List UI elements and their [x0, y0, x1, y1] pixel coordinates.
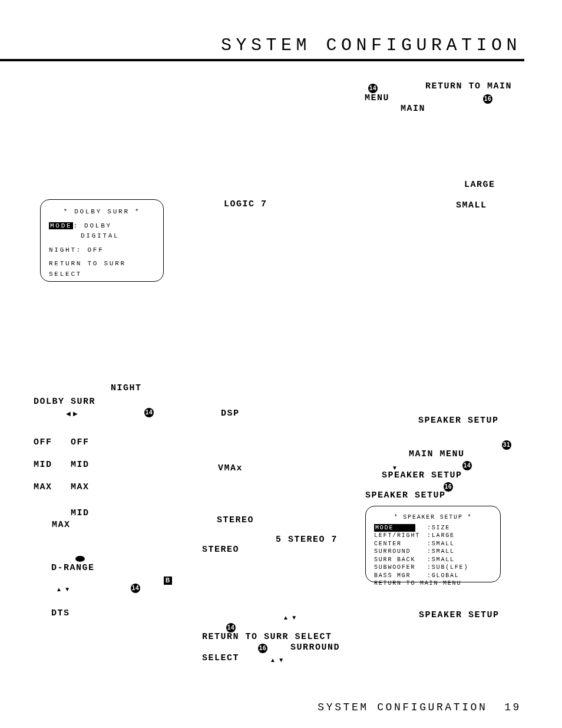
ref-14c-icon: 14	[226, 623, 236, 633]
footer-page: 19	[504, 701, 521, 713]
osd-speaker-setup: * SPEAKER SETUP * MODE:SIZE LEFT/RIGHT:L…	[365, 506, 501, 582]
osd-dolby-surr: * DOLBY SURR * MODE: DOLBY DIGITAL NIGHT…	[40, 199, 164, 282]
off1-label: OFF	[34, 437, 52, 447]
up-down-arrows3-icon: ▲ ▼	[270, 654, 285, 665]
footer-text: SYSTEM CONFIGURATION	[318, 701, 487, 713]
logic7-label: LOGIC 7	[224, 199, 267, 209]
max3-label: MAX	[52, 520, 71, 530]
stereo2-label: STEREO	[202, 545, 239, 555]
main-label: MAIN	[401, 104, 425, 114]
max1-label: MAX	[34, 482, 52, 492]
osd2-mode-label: MODE	[374, 524, 415, 532]
large-label: LARGE	[464, 180, 495, 190]
osd2-center-val: :SMALL	[427, 541, 455, 547]
dsp-label: DSP	[221, 409, 240, 419]
osd2-bass-val: :GLOBAL	[427, 572, 459, 579]
vmax-label: VMAx	[218, 463, 243, 473]
return-surr-label: RETURN TO SURR SELECT	[202, 632, 332, 642]
night-label: NIGHT	[111, 383, 142, 393]
menu-label: MENU	[365, 93, 389, 103]
surround-label: SURROUND	[290, 643, 340, 653]
ref-16-icon: 16	[483, 94, 492, 104]
ref-14a-icon: 14	[144, 408, 154, 417]
osd2-surr-val: :SMALL	[427, 548, 455, 555]
stereo1-label: STEREO	[217, 515, 254, 525]
speaker-setup1-label: SPEAKER SETUP	[418, 416, 499, 426]
up-down-arrows2-icon: ▲ ▼	[283, 612, 297, 622]
mid1-label: MID	[34, 460, 52, 470]
osd1-return: RETURN TO SURR SELECT	[49, 259, 155, 279]
ref-31-icon: 31	[502, 440, 511, 450]
osd2-sub-val: :SUB(LFE)	[427, 564, 468, 571]
dolby-surr-label: DOLBY SURR	[34, 397, 95, 407]
osd2-mode-val: :SIZE	[427, 525, 450, 531]
select-label: SELECT	[202, 653, 239, 663]
dts-label: DTS	[51, 608, 70, 618]
off2-label: OFF	[71, 437, 90, 447]
up-down-arrows-icon: ▲ ▼	[56, 584, 71, 594]
page-title: SYSTEM CONFIGURATION	[0, 35, 521, 55]
speaker-setup4-label: SPEAKER SETUP	[419, 610, 500, 620]
ref-16c-icon: 16	[258, 644, 267, 653]
stereo57-label: 5 STEREO 7	[276, 535, 338, 545]
max2-label: MAX	[71, 482, 90, 492]
osd2-center-label: CENTER	[374, 540, 427, 548]
horizontal-rule	[0, 59, 524, 61]
page-footer: SYSTEM CONFIGURATION 19	[0, 701, 521, 713]
osd1-mode-label: MODE	[49, 222, 73, 229]
return-to-main-label: RETURN TO MAIN	[425, 81, 512, 91]
osd1-night: NIGHT: OFF	[49, 245, 155, 256]
ref-14r-icon: 14	[462, 461, 472, 470]
osd2-sub-label: SUBWOOFER	[374, 564, 427, 572]
drange-label: D-RANGE	[51, 563, 95, 573]
mid3-label: MID	[71, 508, 90, 518]
osd2-surr-label: SURROUND	[374, 548, 427, 556]
osd2-sback-val: :SMALL	[427, 556, 455, 563]
osd2-header: * SPEAKER SETUP *	[374, 513, 492, 522]
osd1-mode-val: : DOLBY	[73, 222, 111, 229]
b-box-icon: B	[164, 577, 172, 585]
left-right-arrows-icon: ◀ ▶	[66, 408, 78, 419]
osd1-header: * DOLBY SURR *	[49, 207, 155, 218]
speaker-setup3-label: SPEAKER SETUP	[365, 490, 446, 500]
small-label: SMALL	[456, 200, 487, 210]
ref-14b-icon: 14	[131, 584, 140, 593]
main-menu-label: MAIN MENU	[409, 449, 465, 459]
speaker-setup2-label: SPEAKER SETUP	[382, 470, 462, 480]
osd2-bass-label: BASS MGR	[374, 572, 427, 580]
osd2-lr-label: LEFT/RIGHT	[374, 532, 427, 540]
osd1-mode-val2: DIGITAL	[49, 231, 155, 242]
osd2-return: RETURN TO MAIN MENU	[374, 579, 492, 588]
osd2-sback-label: SURR BACK	[374, 556, 427, 564]
ref-14-icon: 14	[368, 84, 378, 93]
osd2-lr-val: :LARGE	[427, 532, 455, 539]
mid2-label: MID	[71, 460, 90, 470]
